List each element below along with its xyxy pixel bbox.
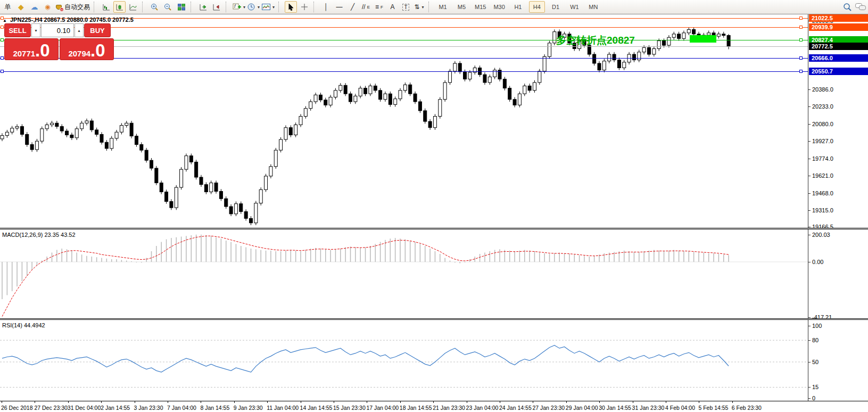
- candlestick-chart-button[interactable]: [113, 1, 126, 13]
- volume-input[interactable]: [41, 23, 74, 37]
- price-line-20827.4: [0, 40, 808, 40]
- vertical-line-button[interactable]: │: [320, 1, 332, 13]
- date-tick: [135, 401, 135, 403]
- macd-label: MACD(12,26,9) 23.35 43.52: [2, 232, 76, 238]
- price-line-right-handle[interactable]: [799, 17, 803, 20]
- timeframe-button-m1[interactable]: M1: [435, 1, 451, 13]
- community-button[interactable]: ☁: [28, 1, 40, 13]
- auto-scroll-button[interactable]: [197, 1, 209, 13]
- price-line-right-handle[interactable]: [799, 56, 803, 60]
- tile-windows-icon: [178, 4, 185, 11]
- sell-price-pips: .0: [35, 43, 50, 58]
- macd-pane[interactable]: [0, 229, 808, 318]
- trendline-button[interactable]: ╱: [346, 1, 359, 13]
- timeframe-button-m30[interactable]: M30: [491, 1, 507, 13]
- sell-price-display[interactable]: 20771.0: [4, 38, 59, 60]
- price-tick: 19315.0: [808, 207, 868, 214]
- add-indicator-icon: f: [233, 3, 241, 11]
- zoom-out-button[interactable]: [162, 1, 174, 13]
- line-chart-button[interactable]: [127, 1, 139, 13]
- annotation-text: 多空转折点20827: [556, 34, 635, 47]
- signals-icon: ◉: [45, 4, 50, 10]
- signals-button[interactable]: ◉: [42, 1, 54, 13]
- price-line-left-handle[interactable]: [1, 26, 4, 29]
- channel-button[interactable]: //E: [360, 1, 372, 13]
- arrows-button[interactable]: ⇅▾: [413, 1, 425, 13]
- price-tick: 19927.0: [808, 138, 868, 145]
- timeframe-button-h4[interactable]: H4: [529, 1, 545, 13]
- price-line-20550.7: [0, 71, 808, 72]
- price-line-left-handle[interactable]: [1, 38, 4, 42]
- date-tick: [101, 401, 102, 403]
- bar-chart-icon: [103, 4, 110, 11]
- gold-button[interactable]: ◆: [15, 1, 27, 13]
- date-tick: [699, 401, 699, 403]
- price-tick: 19774.0: [808, 155, 868, 162]
- pane-divider[interactable]: [0, 318, 868, 320]
- zoom-in-button[interactable]: [148, 1, 161, 13]
- timeframe-button-mn[interactable]: MN: [585, 1, 601, 13]
- chart-title: ▲ JPN225-,H4 20867.5 20880.0 20745.0 207…: [3, 17, 134, 23]
- buy-button[interactable]: BUY: [84, 23, 111, 37]
- price-line-right-handle[interactable]: [799, 38, 803, 42]
- toolbar-separator: [142, 2, 146, 12]
- timeframe-button-m5[interactable]: M5: [453, 1, 469, 13]
- periods-button[interactable]: ▾: [247, 1, 260, 13]
- bar-chart-button[interactable]: [100, 1, 112, 13]
- indicators-button[interactable]: f▾: [232, 1, 246, 13]
- buy-price-display[interactable]: 20794.0: [60, 38, 114, 60]
- timeframe-button-h1[interactable]: H1: [510, 1, 526, 13]
- date-tick: [533, 401, 533, 403]
- timeframe-group: M1 M5 M15 M30 H1 H4 D1 W1 MN: [434, 1, 602, 13]
- price-line-left-handle[interactable]: [1, 56, 4, 60]
- date-tick: [732, 401, 733, 403]
- price-line-right-handle[interactable]: [799, 26, 803, 29]
- price-line-left-handle[interactable]: [1, 70, 4, 73]
- date-label: 15 Jan 23:30: [333, 405, 366, 411]
- autotrading-button[interactable]: 自动交易: [55, 1, 90, 13]
- auto-scroll-icon: [200, 4, 207, 11]
- date-tick: [334, 401, 334, 403]
- date-label: 30 Jan 14:55: [599, 405, 631, 411]
- price-axis[interactable]: 20993.520386.020233.020080.019927.019774…: [808, 14, 868, 401]
- date-label: 4 Feb 04:00: [665, 405, 695, 411]
- rsi-pane[interactable]: [0, 320, 808, 401]
- buy-price-main: 20794: [68, 50, 90, 58]
- chart-shift-icon: [213, 4, 220, 11]
- volume-decrease-button[interactable]: ▾: [31, 23, 40, 37]
- crosshair-button[interactable]: [298, 1, 310, 13]
- date-label: 11 Jan 04:00: [267, 405, 299, 411]
- text-tool-icon: A: [391, 3, 395, 11]
- date-tick: [467, 401, 467, 403]
- price-line-20666.0: [0, 58, 808, 59]
- date-tick: [599, 401, 600, 403]
- chat-button[interactable]: [854, 1, 866, 13]
- date-label: 31 Dec 04:00: [68, 405, 101, 411]
- date-label: 24 Jan 14:55: [499, 405, 532, 411]
- timeframe-button-w1[interactable]: W1: [566, 1, 582, 13]
- chart-shift-button[interactable]: [210, 1, 222, 13]
- timeframe-button-m15[interactable]: M15: [473, 1, 489, 13]
- date-tick: [666, 401, 666, 403]
- price-line-right-handle[interactable]: [799, 70, 803, 73]
- fibonacci-button[interactable]: ≡F: [373, 1, 385, 13]
- community-cloud-icon: ☁: [31, 3, 38, 11]
- date-axis[interactable]: 26 Dec 201827 Dec 23:3031 Dec 04:002 Jan…: [0, 401, 868, 412]
- text-button[interactable]: A: [386, 1, 399, 13]
- horizontal-line-button[interactable]: —: [333, 1, 345, 13]
- new-order-button[interactable]: 单: [2, 1, 14, 13]
- date-label: 9 Jan 23:30: [234, 405, 263, 411]
- template-icon: [262, 4, 270, 10]
- templates-button[interactable]: ▾: [261, 1, 275, 13]
- search-button[interactable]: [841, 1, 853, 13]
- cursor-button[interactable]: [285, 1, 297, 13]
- buy-price-pips: .0: [90, 43, 105, 58]
- volume-increase-button[interactable]: ▴: [75, 23, 84, 37]
- price-label-20666.0: 20666.0: [809, 54, 868, 62]
- text-label-button[interactable]: T: [400, 1, 412, 13]
- tile-windows-button[interactable]: [175, 1, 187, 13]
- timeframe-button-d1[interactable]: D1: [548, 1, 564, 13]
- sell-button[interactable]: SELL: [4, 23, 31, 37]
- pane-divider[interactable]: [0, 228, 868, 229]
- date-label: 2 Jan 14:55: [101, 405, 130, 411]
